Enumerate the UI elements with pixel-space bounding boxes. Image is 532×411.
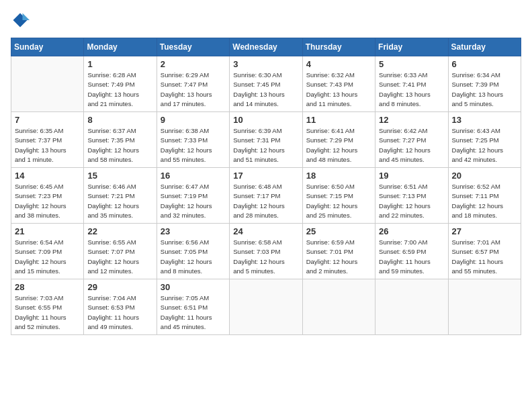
calendar-week-row: 21Sunrise: 6:54 AMSunset: 7:09 PMDayligh… [11, 224, 521, 279]
calendar-cell: 23Sunrise: 6:56 AMSunset: 7:05 PMDayligh… [157, 224, 229, 279]
calendar-cell: 6Sunrise: 6:34 AMSunset: 7:39 PMDaylight… [448, 56, 521, 112]
day-number: 30 [161, 282, 226, 292]
weekday-header: Monday [84, 38, 157, 56]
weekday-header: Thursday [302, 38, 375, 56]
calendar-cell: 4Sunrise: 6:32 AMSunset: 7:43 PMDaylight… [302, 56, 375, 112]
calendar-header-row: SundayMondayTuesdayWednesdayThursdayFrid… [11, 38, 521, 56]
calendar-cell: 30Sunrise: 7:05 AMSunset: 6:51 PMDayligh… [157, 279, 229, 335]
calendar-cell: 14Sunrise: 6:45 AMSunset: 7:23 PMDayligh… [11, 168, 84, 224]
day-info: Sunrise: 6:51 AMSunset: 7:13 PMDaylight:… [379, 182, 444, 220]
day-info: Sunrise: 6:37 AMSunset: 7:35 PMDaylight:… [87, 126, 152, 165]
weekday-header: Saturday [448, 38, 521, 56]
day-info: Sunrise: 6:38 AMSunset: 7:33 PMDaylight:… [161, 126, 226, 165]
day-info: Sunrise: 7:04 AMSunset: 6:53 PMDaylight:… [87, 293, 152, 332]
calendar-table: SundayMondayTuesdayWednesdayThursdayFrid… [11, 38, 521, 335]
day-number: 2 [161, 59, 226, 69]
logo [11, 11, 32, 30]
day-number: 3 [233, 59, 298, 69]
calendar-cell [302, 279, 375, 335]
calendar-cell: 15Sunrise: 6:46 AMSunset: 7:21 PMDayligh… [84, 168, 157, 224]
weekday-header: Tuesday [157, 38, 229, 56]
calendar-cell: 19Sunrise: 6:51 AMSunset: 7:13 PMDayligh… [375, 168, 448, 224]
calendar-week-row: 14Sunrise: 6:45 AMSunset: 7:23 PMDayligh… [11, 168, 521, 224]
calendar-cell [11, 56, 84, 112]
calendar-week-row: 1Sunrise: 6:28 AMSunset: 7:49 PMDaylight… [11, 56, 521, 112]
day-number: 5 [379, 59, 444, 69]
calendar-cell: 16Sunrise: 6:47 AMSunset: 7:19 PMDayligh… [157, 168, 229, 224]
calendar-cell: 26Sunrise: 7:00 AMSunset: 6:59 PMDayligh… [375, 224, 448, 279]
day-info: Sunrise: 6:30 AMSunset: 7:45 PMDaylight:… [233, 71, 298, 109]
day-info: Sunrise: 6:35 AMSunset: 7:37 PMDaylight:… [15, 126, 80, 165]
calendar-cell: 2Sunrise: 6:29 AMSunset: 7:47 PMDaylight… [157, 56, 229, 112]
day-number: 4 [306, 59, 371, 69]
day-number: 23 [161, 226, 226, 236]
day-number: 20 [452, 171, 517, 181]
weekday-header: Sunday [11, 38, 84, 56]
day-number: 21 [15, 226, 80, 236]
calendar-cell [375, 279, 448, 335]
calendar-cell [230, 279, 302, 335]
day-number: 17 [233, 171, 298, 181]
page-header [11, 11, 521, 30]
day-info: Sunrise: 6:29 AMSunset: 7:47 PMDaylight:… [161, 71, 226, 109]
logo-icon [11, 11, 30, 30]
day-number: 11 [306, 115, 371, 125]
calendar-cell [448, 279, 521, 335]
day-info: Sunrise: 7:00 AMSunset: 6:59 PMDaylight:… [379, 238, 444, 276]
calendar-cell: 5Sunrise: 6:33 AMSunset: 7:41 PMDaylight… [375, 56, 448, 112]
day-info: Sunrise: 6:32 AMSunset: 7:43 PMDaylight:… [306, 71, 371, 109]
day-info: Sunrise: 6:45 AMSunset: 7:23 PMDaylight:… [15, 182, 80, 220]
calendar-cell: 20Sunrise: 6:52 AMSunset: 7:11 PMDayligh… [448, 168, 521, 224]
svg-marker-1 [23, 13, 30, 21]
day-info: Sunrise: 6:55 AMSunset: 7:07 PMDaylight:… [87, 238, 152, 276]
day-number: 22 [87, 226, 152, 236]
calendar-cell: 7Sunrise: 6:35 AMSunset: 7:37 PMDaylight… [11, 112, 84, 168]
calendar-cell: 18Sunrise: 6:50 AMSunset: 7:15 PMDayligh… [302, 168, 375, 224]
day-info: Sunrise: 6:34 AMSunset: 7:39 PMDaylight:… [452, 71, 517, 109]
calendar-week-row: 28Sunrise: 7:03 AMSunset: 6:55 PMDayligh… [11, 279, 521, 335]
day-info: Sunrise: 6:46 AMSunset: 7:21 PMDaylight:… [87, 182, 152, 220]
day-info: Sunrise: 6:42 AMSunset: 7:27 PMDaylight:… [379, 126, 444, 165]
day-number: 16 [161, 171, 226, 181]
calendar-cell: 28Sunrise: 7:03 AMSunset: 6:55 PMDayligh… [11, 279, 84, 335]
calendar-cell: 22Sunrise: 6:55 AMSunset: 7:07 PMDayligh… [84, 224, 157, 279]
calendar-cell: 12Sunrise: 6:42 AMSunset: 7:27 PMDayligh… [375, 112, 448, 168]
calendar-cell: 29Sunrise: 7:04 AMSunset: 6:53 PMDayligh… [84, 279, 157, 335]
day-number: 6 [452, 59, 517, 69]
calendar-cell: 10Sunrise: 6:39 AMSunset: 7:31 PMDayligh… [230, 112, 302, 168]
day-number: 19 [379, 171, 444, 181]
day-number: 9 [161, 115, 226, 125]
day-info: Sunrise: 7:05 AMSunset: 6:51 PMDaylight:… [161, 293, 226, 332]
day-number: 7 [15, 115, 80, 125]
day-info: Sunrise: 6:28 AMSunset: 7:49 PMDaylight:… [87, 71, 152, 109]
day-info: Sunrise: 6:50 AMSunset: 7:15 PMDaylight:… [306, 182, 371, 220]
day-number: 12 [379, 115, 444, 125]
day-number: 18 [306, 171, 371, 181]
day-number: 1 [87, 59, 152, 69]
calendar-cell: 3Sunrise: 6:30 AMSunset: 7:45 PMDaylight… [230, 56, 302, 112]
day-number: 28 [15, 282, 80, 292]
day-number: 10 [233, 115, 298, 125]
day-info: Sunrise: 7:03 AMSunset: 6:55 PMDaylight:… [15, 293, 80, 332]
day-info: Sunrise: 6:54 AMSunset: 7:09 PMDaylight:… [15, 238, 80, 276]
calendar-cell: 8Sunrise: 6:37 AMSunset: 7:35 PMDaylight… [84, 112, 157, 168]
day-info: Sunrise: 7:01 AMSunset: 6:57 PMDaylight:… [452, 238, 517, 276]
calendar-cell: 27Sunrise: 7:01 AMSunset: 6:57 PMDayligh… [448, 224, 521, 279]
day-info: Sunrise: 6:59 AMSunset: 7:01 PMDaylight:… [306, 238, 371, 276]
day-number: 14 [15, 171, 80, 181]
day-number: 27 [452, 226, 517, 236]
day-number: 26 [379, 226, 444, 236]
calendar-cell: 21Sunrise: 6:54 AMSunset: 7:09 PMDayligh… [11, 224, 84, 279]
day-info: Sunrise: 6:52 AMSunset: 7:11 PMDaylight:… [452, 182, 517, 220]
day-info: Sunrise: 6:58 AMSunset: 7:03 PMDaylight:… [233, 238, 298, 276]
day-number: 25 [306, 226, 371, 236]
day-info: Sunrise: 6:33 AMSunset: 7:41 PMDaylight:… [379, 71, 444, 109]
day-info: Sunrise: 6:41 AMSunset: 7:29 PMDaylight:… [306, 126, 371, 165]
weekday-header: Wednesday [230, 38, 302, 56]
day-number: 29 [87, 282, 152, 292]
calendar-cell: 13Sunrise: 6:43 AMSunset: 7:25 PMDayligh… [448, 112, 521, 168]
day-number: 13 [452, 115, 517, 125]
day-number: 8 [87, 115, 152, 125]
calendar-cell: 9Sunrise: 6:38 AMSunset: 7:33 PMDaylight… [157, 112, 229, 168]
day-number: 24 [233, 226, 298, 236]
